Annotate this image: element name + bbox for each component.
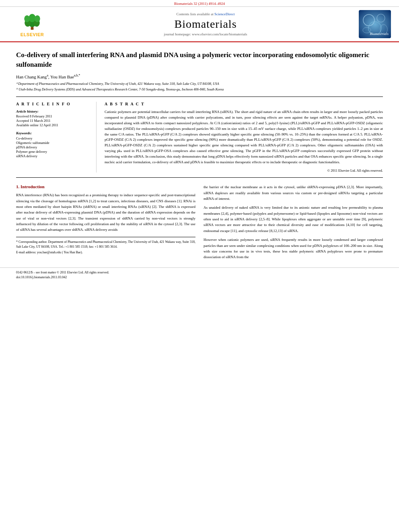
svg-point-4 <box>29 14 35 23</box>
keyword-5: siRNA delivery <box>16 154 90 158</box>
elsevier-brand: ELSEVIER <box>21 32 44 37</box>
email-footnote: E-mail address: you.bae@utah.edu ( You H… <box>16 250 195 255</box>
svg-point-5 <box>24 15 30 22</box>
available-date: Available online 12 April 2011 <box>16 123 90 127</box>
journal-homepage: journal homepage: www.elsevier.com/locat… <box>56 32 355 36</box>
article-info-abstract: A R T I C L E I N F O Article history: R… <box>16 97 383 178</box>
authors: Han Chang Kanga, You Han Baea,b,* <box>16 74 383 79</box>
intro-heading: 1. Introduction <box>16 184 195 189</box>
biomaterials-logo: Biomaterials <box>359 10 391 38</box>
body-right-column: the barrier of the nuclear membrane as i… <box>204 184 383 263</box>
keyword-3: pDNA delivery <box>16 145 90 149</box>
bio-logo-area: Biomaterials <box>355 10 391 38</box>
article-info-column: A R T I C L E I N F O Article history: R… <box>16 102 97 173</box>
corresponding-footnote: * Corresponding author. Department of Ph… <box>16 240 195 249</box>
copyright: © 2011 Elsevier Ltd. All rights reserved… <box>105 168 383 173</box>
body-section: 1. Introduction RNA interference (RNAi) … <box>16 178 383 263</box>
svg-point-6 <box>35 15 40 22</box>
received-date: Received 8 February 2011 <box>16 114 90 118</box>
bottom-left-info: 0142-9612/$ – see front matter © 2011 El… <box>16 270 109 280</box>
intro-para-1: RNA interference (RNAi) has been recogni… <box>16 192 195 233</box>
doi-line: doi:10.1016/j.biomaterials.2011.03.042 <box>16 275 109 280</box>
keyword-1: Co-delivery <box>16 136 90 140</box>
accepted-date: Accepted 11 March 2011 <box>16 119 90 123</box>
keywords-label: Keywords: <box>16 131 90 135</box>
keyword-4: Polymer gene delivery <box>16 150 90 154</box>
journal-header: ELSEVIER Contents lists available at Sci… <box>0 7 399 42</box>
abstract-heading: A B S T R A C T <box>105 102 383 106</box>
article-title-section: Co-delivery of small interfering RNA and… <box>16 42 383 97</box>
svg-rect-7 <box>31 27 34 30</box>
issn-line: 0142-9612/$ – see front matter © 2011 El… <box>16 270 109 275</box>
sciencedirect-link[interactable]: ScienceDirect <box>214 12 234 16</box>
elsevier-logo-area: ELSEVIER <box>8 11 56 37</box>
article-title: Co-delivery of small interfering RNA and… <box>16 50 383 70</box>
bottom-bar: 0142-9612/$ – see front matter © 2011 El… <box>0 267 399 282</box>
keyword-2: Oligomeric sulfonamide <box>16 141 90 145</box>
journal-citation: Biomaterials 32 (2011) 4914–4924 <box>0 0 399 7</box>
intro-para-4: However when cationic polymers are used,… <box>204 237 383 260</box>
footnote-area: * Corresponding author. Department of Ph… <box>16 237 195 255</box>
abstract-column: A B S T R A C T Cationic polymers are po… <box>105 102 383 173</box>
body-left-column: 1. Introduction RNA interference (RNAi) … <box>16 184 195 263</box>
article-info-heading: A R T I C L E I N F O <box>16 102 90 106</box>
affiliations: ᵃ Department of Pharmaceutics and Pharma… <box>16 81 383 92</box>
elsevier-tree-icon <box>20 11 44 31</box>
abstract-text: Cationic polymers are potential intracel… <box>105 109 383 165</box>
intro-para-2: the barrier of the nuclear membrane as i… <box>204 184 383 201</box>
biomaterials-logo-text: Biomaterials <box>370 32 389 36</box>
intro-para-3: As unaided delivery of naked siRNA is ve… <box>204 205 383 234</box>
affiliation-b: ᵇ Utah-Inha Drug Delivery Systems (DDS) … <box>16 87 383 92</box>
history-label: Article history: <box>16 109 90 113</box>
affiliation-a: ᵃ Department of Pharmaceutics and Pharma… <box>16 81 383 86</box>
sciencedirect-label: Contents lists available at ScienceDirec… <box>56 12 355 16</box>
main-content: Co-delivery of small interfering RNA and… <box>0 42 399 263</box>
journal-title: Biomaterials <box>56 18 355 31</box>
journal-center-header: Contents lists available at ScienceDirec… <box>56 12 355 36</box>
